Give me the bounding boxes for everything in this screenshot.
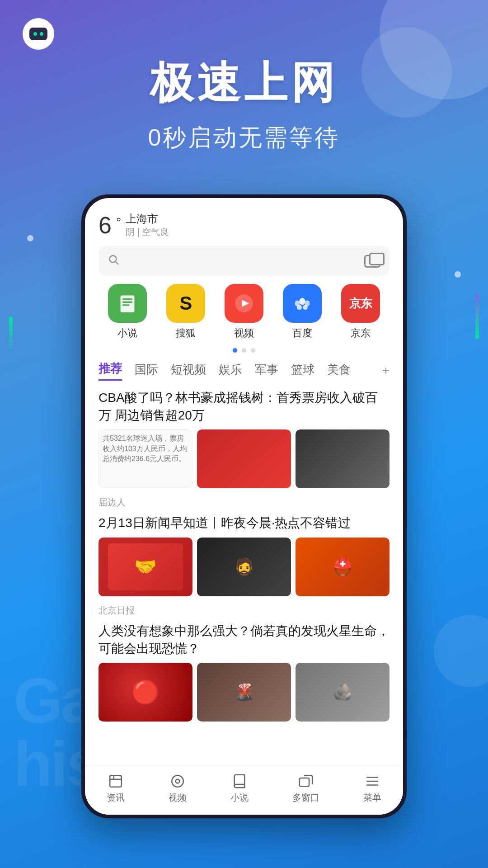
app-label-sohu: 搜狐 xyxy=(176,326,196,340)
news-source-2: 届边人 xyxy=(99,496,389,509)
hero-subtitle: 0秒启动无需等待 xyxy=(0,122,488,154)
search-bar[interactable] xyxy=(99,246,389,276)
app-icon-baidu xyxy=(283,284,322,323)
svg-point-0 xyxy=(109,255,116,262)
news-title-1: CBA酸了吗？林书豪成摇钱树：首秀票房收入破百万 周边销售超20万 xyxy=(99,389,389,424)
weather-row: 6 ° 上海市 阴 | 空气良 xyxy=(99,212,389,238)
svg-point-12 xyxy=(303,305,308,310)
phone-content: 6 ° 上海市 阴 | 空气良 xyxy=(85,198,403,766)
app-label-novel: 小说 xyxy=(117,326,137,340)
news-img-2b: 🧔 xyxy=(197,538,291,596)
svg-rect-13 xyxy=(110,775,122,787)
news-img-3c: 🪨 xyxy=(296,663,389,722)
news-img-placeholder-1b xyxy=(197,429,291,488)
hero-section: 极速上网 0秒启动无需等待 xyxy=(0,54,488,154)
nav-label-news: 资讯 xyxy=(107,792,125,804)
weather-city: 上海市 xyxy=(126,212,169,226)
news-item-3[interactable]: 北京日报 人类没有想象中那么强大？倘若真的发现火星生命，可能会出现恐慌？ 🔴 🌋… xyxy=(99,604,389,722)
svg-line-1 xyxy=(116,262,118,264)
nav-item-multiwindow[interactable]: 多窗口 xyxy=(292,774,319,804)
bottom-nav: 资讯 视频 小说 多窗口 菜单 xyxy=(85,766,403,815)
app-icon-jd: 京东 xyxy=(341,284,380,323)
svg-point-8 xyxy=(299,298,305,305)
news-img-placeholder-1a: 共5321名球迷入场，票房收入约103万人民币，人均总消费约236.6元人民币。 xyxy=(99,429,192,488)
app-icons-row: 小说 S 搜狐 视频 xyxy=(99,284,389,340)
cat-tab-shortvideo[interactable]: 短视频 xyxy=(171,362,206,380)
news-images-2: 🤝 🧔 ⛑️ xyxy=(99,538,389,596)
cat-tab-intl[interactable]: 国际 xyxy=(135,362,158,380)
news-img-2c: ⛑️ xyxy=(296,538,389,596)
robot-eye-left xyxy=(33,32,37,36)
weather-temp: 6 xyxy=(99,213,112,237)
nav-label-multiwindow: 多窗口 xyxy=(292,792,319,804)
weather-degree: ° xyxy=(116,215,121,230)
app-label-video: 视频 xyxy=(234,326,254,340)
bg-circle-3 xyxy=(434,615,488,687)
news-img-placeholder-1c xyxy=(296,429,389,488)
news-img-1c xyxy=(296,429,389,488)
phone-mockup: 6 ° 上海市 阴 | 空气良 xyxy=(81,194,407,818)
nav-item-video[interactable]: 视频 xyxy=(169,774,187,804)
dot-left xyxy=(27,235,33,241)
cat-tab-recommend[interactable]: 推荐 xyxy=(99,361,122,381)
bar-left xyxy=(9,316,13,353)
svg-point-17 xyxy=(176,779,180,783)
dot-right xyxy=(455,271,461,278)
dot-1 xyxy=(233,348,237,353)
news-img-3b: 🌋 xyxy=(197,663,291,722)
app-label-jd: 京东 xyxy=(351,326,371,340)
app-item-video[interactable]: 视频 xyxy=(225,284,263,340)
cat-tab-military[interactable]: 军事 xyxy=(255,362,278,380)
news-title-3: 人类没有想象中那么强大？倘若真的发现火星生命，可能会出现恐慌？ xyxy=(99,622,389,657)
cat-tab-food[interactable]: 美食 xyxy=(327,362,351,380)
nav-label-menu: 菜单 xyxy=(363,792,381,804)
bar-right xyxy=(475,294,479,339)
app-item-baidu[interactable]: 百度 xyxy=(283,284,322,340)
nav-item-menu[interactable]: 菜单 xyxy=(363,774,381,804)
news-img-2a: 🤝 xyxy=(99,538,192,596)
weather-info: 上海市 阴 | 空气良 xyxy=(126,212,169,238)
search-icon xyxy=(108,254,119,269)
svg-rect-18 xyxy=(300,778,309,786)
svg-rect-2 xyxy=(121,295,135,312)
news-item-2[interactable]: 届边人 2月13日新闻早知道丨昨夜今晨·热点不容错过 🤝 🧔 xyxy=(99,496,389,596)
dot-2 xyxy=(242,348,246,353)
app-item-novel[interactable]: 小说 xyxy=(108,284,147,340)
news-img-1a: 共5321名球迷入场，票房收入约103万人民币，人均总消费约236.6元人民币。 xyxy=(99,429,192,488)
nav-item-novel[interactable]: 小说 xyxy=(230,774,249,804)
svg-point-16 xyxy=(172,775,183,787)
news-images-3: 🔴 🌋 🪨 xyxy=(99,663,389,722)
svg-point-11 xyxy=(297,305,302,310)
robot-icon xyxy=(23,18,54,50)
news-img-1b xyxy=(197,429,291,488)
phone-screen: 6 ° 上海市 阴 | 空气良 xyxy=(85,198,403,815)
cat-tab-basketball[interactable]: 篮球 xyxy=(291,362,314,380)
app-item-sohu[interactable]: S 搜狐 xyxy=(166,284,205,340)
nav-item-news[interactable]: 资讯 xyxy=(107,774,125,804)
category-tabs: 推荐 国际 短视频 娱乐 军事 篮球 美食 + xyxy=(99,361,389,381)
weather-desc: 阴 | 空气良 xyxy=(126,226,169,238)
news-source-3: 北京日报 xyxy=(99,604,389,617)
nav-label-novel: 小说 xyxy=(230,792,249,804)
news-images-1: 共5321名球迷入场，票房收入约103万人民币，人均总消费约236.6元人民币。 xyxy=(99,429,389,488)
cat-plus-button[interactable]: + xyxy=(382,363,389,378)
app-item-jd[interactable]: 京东 京东 xyxy=(341,284,380,340)
svg-rect-4 xyxy=(122,302,132,303)
robot-face xyxy=(29,28,47,40)
news-img-3a: 🔴 xyxy=(99,663,192,722)
app-icon-sohu: S xyxy=(166,284,205,323)
svg-rect-5 xyxy=(122,304,129,306)
dots-indicator xyxy=(99,348,389,353)
app-label-baidu: 百度 xyxy=(292,326,312,340)
news-item-1[interactable]: CBA酸了吗？林书豪成摇钱树：首秀票房收入破百万 周边销售超20万 共5321名… xyxy=(99,389,389,488)
nav-label-video: 视频 xyxy=(169,792,187,804)
cat-tab-entertainment[interactable]: 娱乐 xyxy=(219,362,242,380)
news-title-2: 2月13日新闻早知道丨昨夜今晨·热点不容错过 xyxy=(99,514,389,532)
tabs-icon[interactable] xyxy=(364,255,380,268)
app-icon-novel xyxy=(108,284,147,323)
hero-title: 极速上网 xyxy=(0,54,488,113)
robot-eye-right xyxy=(40,32,43,36)
dot-3 xyxy=(251,348,255,353)
svg-rect-3 xyxy=(122,298,132,300)
app-icon-video xyxy=(225,284,263,323)
